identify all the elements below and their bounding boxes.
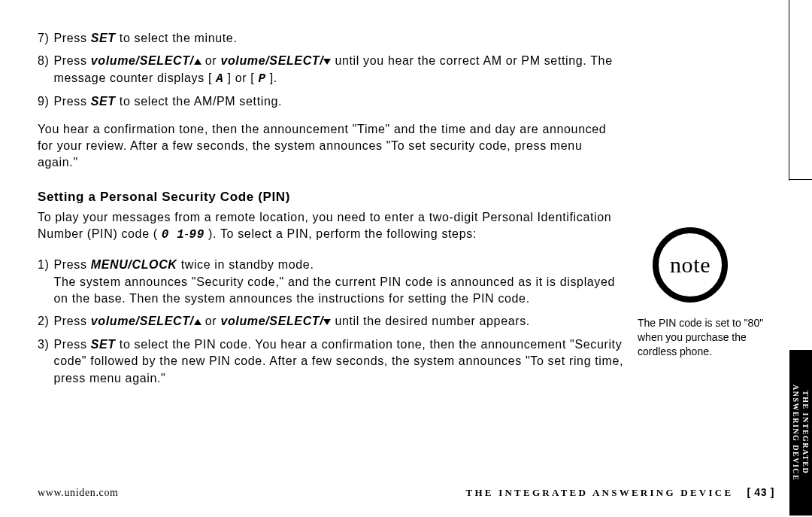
caret-down-icon — [323, 319, 331, 325]
instruction-step: 2)Press volume/SELECT/ or volume/SELECT/… — [38, 313, 624, 330]
intro-paragraph: To play your messages from a remote loca… — [38, 209, 624, 244]
footer-page-number: [ 43 ] — [747, 486, 774, 498]
step-number: 7) — [38, 30, 54, 47]
footer: www.uniden.com THE INTEGRATED ANSWERING … — [38, 486, 774, 499]
step-body: Press SET to select the PIN code. You he… — [54, 336, 624, 387]
step-number: 8) — [38, 53, 54, 87]
instruction-step: 8)Press volume/SELECT/ or volume/SELECT/… — [38, 53, 624, 87]
side-tab: THE INTEGRATED ANSWERING DEVICE — [789, 350, 812, 515]
instruction-step: 9)Press SET to select the AM/PM setting. — [38, 93, 624, 110]
steps-pin: 1)Press MENU/CLOCK twice in standby mode… — [38, 257, 624, 397]
section-heading: Setting a Personal Security Code (PIN) — [38, 188, 624, 206]
note-block: note The PIN code is set to "80" when yo… — [638, 227, 788, 359]
footer-url: www.uniden.com — [38, 487, 119, 499]
step-body: Press SET to select the minute. — [54, 30, 624, 47]
step-number: 3) — [38, 336, 54, 387]
step-body: Press SET to select the AM/PM setting. — [54, 93, 624, 110]
step-number: 1) — [38, 257, 54, 307]
note-icon: note — [653, 227, 728, 303]
horizontal-rule — [789, 179, 812, 180]
confirm-paragraph: You hear a confirmation tone, then the a… — [38, 121, 624, 172]
main-content: 7)Press SET to select the minute.8)Press… — [38, 30, 624, 397]
footer-right: THE INTEGRATED ANSWERING DEVICE [ 43 ] — [465, 486, 774, 499]
step-number: 9) — [38, 93, 54, 110]
step-body: Press MENU/CLOCK twice in standby mode.T… — [54, 257, 624, 307]
instruction-step: 3)Press SET to select the PIN code. You … — [38, 336, 624, 387]
step-body: Press volume/SELECT/ or volume/SELECT/ u… — [54, 313, 624, 330]
vertical-rule — [789, 0, 789, 181]
steps-top: 7)Press SET to select the minute.8)Press… — [38, 30, 624, 121]
step-body: Press volume/SELECT/ or volume/SELECT/ u… — [54, 53, 624, 87]
caret-up-icon — [194, 59, 201, 65]
step-number: 2) — [38, 313, 54, 330]
instruction-step: 7)Press SET to select the minute. — [38, 30, 624, 47]
caret-up-icon — [194, 319, 201, 325]
note-text: The PIN code is set to "80" when you pur… — [638, 316, 788, 359]
caret-down-icon — [323, 59, 331, 65]
instruction-step: 1)Press MENU/CLOCK twice in standby mode… — [38, 257, 624, 307]
footer-section-title: THE INTEGRATED ANSWERING DEVICE — [465, 487, 733, 498]
